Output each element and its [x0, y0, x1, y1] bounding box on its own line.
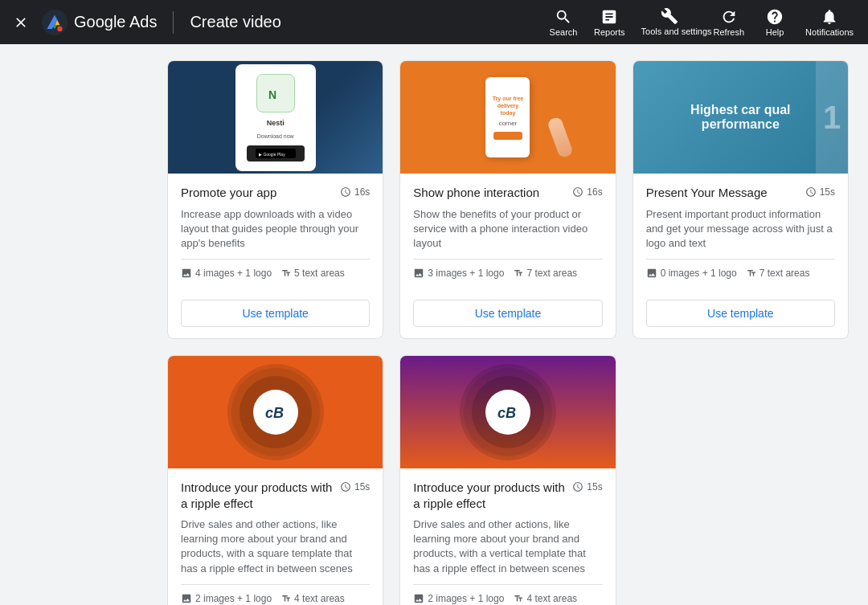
template-card-present-message: Highest car qualperformance 1 Present Yo… — [633, 60, 849, 339]
template-card-promote-app: N Nesti Download now ▶ Google Play — [167, 60, 383, 339]
thumb-present-message: Highest car qualperformance 1 — [633, 61, 848, 174]
phone-logo: corner — [499, 120, 518, 127]
nav-divider — [173, 11, 174, 34]
notifications-nav-label: Notifications — [805, 27, 854, 37]
card-meta: 2 images + 1 logo 4 text areas — [413, 584, 602, 605]
text-areas-meta: 7 text areas — [747, 268, 810, 279]
card-duration: 16s — [572, 186, 602, 198]
template-card-ripple-square: cB Introduce your products with a ripple… — [167, 355, 383, 605]
card-body-show-phone: Show phone interaction 16s Show the bene… — [400, 174, 615, 293]
reports-nav-label: Reports — [594, 27, 625, 37]
card-description: Increase app downloads with a video layo… — [181, 207, 370, 251]
app-download-text: Download now — [257, 133, 294, 139]
main-content: N Nesti Download now ▶ Google Play — [0, 44, 868, 605]
top-navigation: Google Ads Create video Search Reports T… — [0, 0, 868, 44]
ripple-outer-circle-v: cB — [472, 376, 544, 448]
images-meta: 2 images + 1 logo — [181, 593, 272, 604]
search-nav-button[interactable]: Search — [541, 5, 586, 40]
close-button[interactable] — [6, 11, 35, 34]
reports-nav-button[interactable]: Reports — [586, 5, 633, 40]
card-footer-present-message: Use template — [633, 293, 848, 338]
help-nav-label: Help — [766, 27, 784, 37]
card-description: Present important product information an… — [646, 207, 835, 251]
card-duration: 15s — [340, 481, 370, 493]
text-areas-meta: 4 text areas — [281, 593, 345, 604]
phone-device: Try our free delivery today corner — [485, 77, 530, 157]
svg-text:cB: cB — [265, 405, 284, 421]
images-meta: 2 images + 1 logo — [413, 593, 504, 604]
text-areas-meta: 4 text areas — [514, 593, 577, 604]
phone-cta — [493, 132, 522, 140]
card-description: Show the benefits of your product or ser… — [413, 207, 602, 251]
help-nav-button[interactable]: Help — [752, 5, 797, 40]
images-meta: 3 images + 1 logo — [413, 268, 504, 279]
sidebar — [0, 44, 148, 605]
refresh-nav-button[interactable]: Refresh — [706, 5, 753, 40]
card-description: Drive sales and other actions, like lear… — [413, 517, 602, 576]
page-title: Create video — [190, 13, 280, 31]
search-nav-label: Search — [550, 27, 578, 37]
card-meta: 3 images + 1 logo 7 text areas — [413, 259, 602, 287]
finger-graphic — [547, 116, 574, 158]
app-card-inner: N Nesti Download now ▶ Google Play — [235, 64, 316, 171]
use-template-button-present-message[interactable]: Use template — [646, 300, 835, 327]
card-duration: 16s — [340, 186, 370, 198]
card-duration: 15s — [805, 186, 835, 198]
card-thumbnail-ripple-square: cB — [168, 356, 383, 468]
app-store-btn: ▶ Google Play — [247, 145, 305, 161]
card-title-row: Show phone interaction 16s — [413, 185, 602, 201]
card-thumbnail-promote-app: N Nesti Download now ▶ Google Play — [168, 61, 383, 174]
card-footer-show-phone: Use template — [400, 293, 615, 338]
card-meta: 0 images + 1 logo 7 text areas — [646, 259, 835, 287]
ripple-brand-logo-v: cB — [485, 390, 530, 435]
phone-text: Try our free delivery today — [490, 95, 525, 117]
card-title: Present Your Message — [646, 185, 799, 201]
card-title: Promote your app — [181, 185, 334, 201]
card-body-ripple-vertical: Introduce your products with a ripple ef… — [400, 468, 615, 605]
ripple-outer-circle: cB — [240, 376, 312, 448]
svg-point-1 — [57, 26, 62, 31]
svg-text:cB: cB — [497, 405, 516, 421]
content-area: N Nesti Download now ▶ Google Play — [148, 44, 868, 605]
thumb-promote-app: N Nesti Download now ▶ Google Play — [168, 61, 383, 174]
thumb-show-phone: Try our free delivery today corner — [400, 61, 615, 174]
app-name-label: Google Ads — [74, 13, 157, 31]
card-title: Show phone interaction — [413, 185, 566, 201]
card-footer-promote-app: Use template — [168, 293, 383, 338]
card-title-row: Introduce your products with a ripple ef… — [413, 480, 602, 511]
svg-text:N: N — [268, 88, 276, 101]
card-title-row: Promote your app 16s — [181, 185, 370, 201]
ripple-brand-logo: cB — [253, 390, 298, 435]
svg-text:▶ Google Play: ▶ Google Play — [259, 152, 285, 157]
template-card-ripple-vertical: cB Introduce your products with a ripple… — [399, 355, 616, 605]
card-title: Introduce your products with a ripple ef… — [413, 480, 566, 511]
app-name-thumb: Nesti — [267, 119, 285, 127]
text-areas-meta: 7 text areas — [514, 268, 577, 279]
tools-nav-button[interactable]: Tools and settings — [633, 4, 706, 40]
app-logo: N — [256, 74, 295, 112]
card-thumbnail-present-message: Highest car qualperformance 1 — [633, 61, 848, 174]
card-body-ripple-square: Introduce your products with a ripple ef… — [168, 468, 383, 605]
card-description: Drive sales and other actions, like lear… — [181, 517, 370, 576]
card-body-promote-app: Promote your app 16s Increase app downlo… — [168, 174, 383, 293]
card-title: Introduce your products with a ripple ef… — [181, 480, 334, 511]
notifications-nav-button[interactable]: Notifications — [797, 5, 862, 40]
templates-grid: N Nesti Download now ▶ Google Play — [167, 60, 849, 605]
use-template-button-promote-app[interactable]: Use template — [181, 300, 370, 327]
images-meta: 0 images + 1 logo — [646, 268, 737, 279]
card-duration: 15s — [572, 481, 602, 493]
images-meta: 4 images + 1 logo — [181, 268, 272, 279]
tools-nav-label: Tools and settings — [641, 27, 698, 37]
message-thumb-text: Highest car qualperformance — [674, 87, 806, 148]
thumb-ripple-square: cB — [168, 356, 383, 468]
card-meta: 2 images + 1 logo 4 text areas — [181, 584, 370, 605]
card-meta: 4 images + 1 logo 5 text areas — [181, 259, 370, 287]
template-card-show-phone: Try our free delivery today corner Show … — [399, 60, 616, 339]
card-body-present-message: Present Your Message 15s Present importa… — [633, 174, 848, 293]
use-template-button-show-phone[interactable]: Use template — [413, 300, 602, 327]
card-title-row: Introduce your products with a ripple ef… — [181, 480, 370, 511]
card-title-row: Present Your Message 15s — [646, 185, 835, 201]
thumb-ripple-vertical: cB — [400, 356, 615, 468]
text-areas-meta: 5 text areas — [281, 268, 345, 279]
google-ads-logo: Google Ads — [42, 10, 157, 35]
